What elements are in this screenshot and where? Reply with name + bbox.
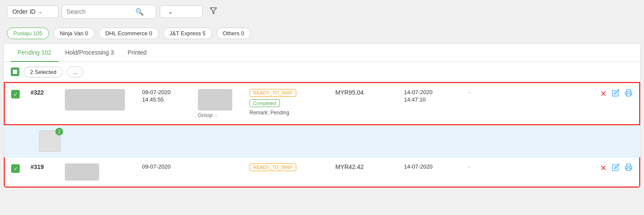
- dash-value-319: -: [468, 163, 471, 170]
- ready-to-ship-badge: READY_TO_SHIP: [249, 89, 296, 97]
- order-id-value-319: #319: [30, 163, 56, 170]
- courier-tab-others-label: Others 0: [223, 30, 244, 37]
- order-amount-value-319: MYR42.42: [335, 163, 364, 170]
- courier-tab-dhl-label: DHL Ecommerce 0: [105, 30, 152, 37]
- order-id-dropdown[interactable]: Order ID ⌄: [7, 5, 58, 18]
- group-thumbnail: [198, 89, 232, 111]
- tab-printed-label: Printed: [128, 49, 146, 56]
- order-datetime-cell-319: 09-07-2020: [138, 157, 194, 187]
- tab-printed[interactable]: Printed: [121, 44, 153, 62]
- order-status-cell-319: READY_TO_SHIP: [245, 157, 331, 187]
- tab-hold-processing[interactable]: Hold/Processing 3: [58, 44, 121, 62]
- order-dash-cell: -: [464, 83, 481, 124]
- courier-tab-ninjavan[interactable]: Ninja Van 0: [53, 28, 94, 39]
- edit-icon-319[interactable]: [612, 163, 620, 173]
- courier-tab-poslaju[interactable]: Poslaju 105: [7, 28, 49, 39]
- order-updated-date-319: 14-07-2020: [404, 163, 460, 170]
- main-panel: Pending 102 Hold/Processing 3 Printed 2 …: [3, 43, 641, 188]
- svg-rect-2: [627, 168, 631, 171]
- search-input[interactable]: [67, 8, 135, 15]
- product-row: 2: [4, 125, 640, 157]
- order-time: 14:45:55: [142, 96, 189, 103]
- courier-tab-dhl[interactable]: DHL Ecommerce 0: [99, 28, 158, 39]
- row-checkbox-319[interactable]: ✓: [5, 157, 26, 187]
- remark-text: Remark: Pending: [249, 110, 327, 116]
- order-datetime-cell: 09-07-2020 14:45:55: [138, 83, 194, 124]
- order-table: ✓ #322 09-07-2020 14:45:55 Group: - READ…: [4, 82, 640, 187]
- table-row: ✓ #322 09-07-2020 14:45:55 Group: - READ…: [4, 82, 640, 125]
- courier-tab-jnt-label: J&T Express 5: [170, 30, 206, 37]
- product-image-wrap: 2: [39, 130, 61, 152]
- order-updated-cell-319: 14-07-2020: [400, 157, 464, 187]
- courier-tab-jnt[interactable]: J&T Express 5: [163, 28, 212, 39]
- courier-tab-poslaju-label: Poslaju 105: [13, 30, 43, 37]
- order-amount-value: MYR95.04: [335, 89, 364, 96]
- print-icon[interactable]: [625, 89, 632, 99]
- svg-rect-1: [627, 94, 631, 96]
- delete-icon[interactable]: ✕: [600, 89, 607, 98]
- order-id-label: Order ID: [12, 8, 36, 15]
- more-options-icon: ...: [73, 68, 78, 75]
- chevron-down-icon-2: ⌄: [168, 8, 173, 15]
- row-checkbox-322[interactable]: ✓: [5, 83, 26, 124]
- order-id-cell-319: #319: [26, 157, 61, 187]
- selected-badge: 2 Selected: [24, 67, 63, 77]
- order-amount-cell-319: MYR42.42: [331, 157, 400, 187]
- order-updated-date: 14-07-2020: [404, 89, 460, 95]
- tab-pending[interactable]: Pending 102: [11, 44, 58, 62]
- order-updated-time: 14:47:10: [404, 96, 460, 103]
- search-input-wrap: 🔍: [62, 5, 156, 19]
- order-dash-cell-319: -: [464, 157, 481, 187]
- courier-tab-ninjavan-label: Ninja Van 0: [60, 30, 88, 37]
- filter-dropdown[interactable]: ⌄: [160, 5, 203, 18]
- order-thumbnail-319: [65, 163, 99, 181]
- checkbox-checked-icon[interactable]: ✓: [11, 90, 20, 98]
- chevron-down-icon: ⌄: [38, 9, 43, 15]
- table-toolbar: 2 Selected ...: [4, 62, 640, 82]
- ready-to-ship-badge-319: READY_TO_SHIP: [249, 163, 296, 171]
- edit-icon[interactable]: [612, 89, 620, 99]
- order-updated-cell: 14-07-2020 14:47:10: [400, 83, 464, 124]
- order-group-cell-319: [194, 157, 245, 187]
- print-icon-319[interactable]: [625, 163, 632, 173]
- order-date: 09-07-2020: [142, 89, 189, 95]
- order-date-319: 09-07-2020: [142, 163, 189, 170]
- svg-marker-0: [210, 8, 217, 14]
- tab-pending-label: Pending 102: [18, 49, 52, 56]
- product-count-badge: 2: [55, 128, 63, 135]
- tab-hold-processing-label: Hold/Processing 3: [65, 49, 114, 56]
- select-all-checkbox[interactable]: [11, 68, 19, 76]
- top-bar: Order ID ⌄ 🔍 ⌄: [0, 0, 644, 23]
- order-row-actions: ✕: [593, 83, 639, 124]
- group-label: Group: -: [198, 112, 241, 118]
- search-icon-button[interactable]: 🔍: [135, 8, 144, 16]
- selection-indicator: [4, 83, 6, 124]
- order-thumb-cell-319: [61, 157, 138, 187]
- completed-badge: Completed: [249, 99, 280, 107]
- filter-icon-button[interactable]: [206, 4, 221, 19]
- order-thumb-cell: [61, 83, 138, 124]
- courier-tabs: Poslaju 105 Ninja Van 0 DHL Ecommerce 0 …: [0, 23, 644, 43]
- order-thumbnail: [65, 89, 125, 111]
- table-row: ✓ #319 09-07-2020 READY_TO_SHIP MYR42.42…: [4, 157, 640, 187]
- order-id-cell: #322: [26, 83, 61, 124]
- order-id-value: #322: [30, 89, 56, 96]
- delete-icon-319[interactable]: ✕: [600, 163, 607, 173]
- more-options-button[interactable]: ...: [67, 66, 83, 77]
- checkbox-inner: [13, 70, 17, 74]
- courier-tab-others[interactable]: Others 0: [216, 28, 251, 39]
- order-amount-cell: MYR95.04: [331, 83, 400, 124]
- order-row-actions-319: ✕: [593, 157, 639, 187]
- order-status-cell: READY_TO_SHIP Completed Remark: Pending: [245, 83, 331, 124]
- dash-value: -: [468, 89, 471, 96]
- checkbox-checked-icon-319[interactable]: ✓: [11, 164, 20, 173]
- selected-count-label: 2 Selected: [30, 69, 56, 75]
- order-group-cell: Group: -: [194, 83, 245, 124]
- status-tabs: Pending 102 Hold/Processing 3 Printed: [4, 44, 640, 62]
